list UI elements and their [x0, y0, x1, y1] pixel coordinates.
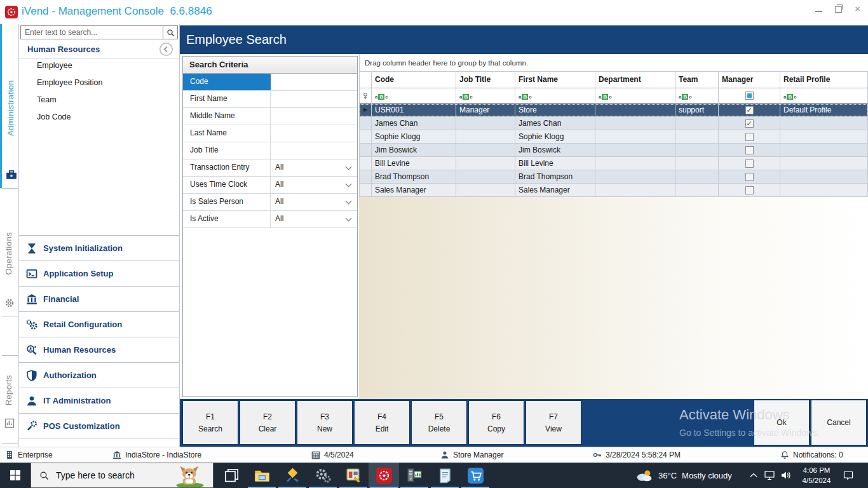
column-header-code[interactable]: Code	[372, 72, 456, 88]
sidebar-section-authorization[interactable]: Authorization	[19, 362, 179, 388]
taskbar-ivend-console[interactable]	[369, 463, 399, 488]
criteria-dropdown-is-active[interactable]: All	[271, 211, 357, 227]
volume-icon[interactable]	[780, 463, 792, 488]
weather-widget[interactable]: 36°C Mostly cloudy	[635, 463, 732, 488]
tab-operations[interactable]: Operations	[0, 189, 19, 316]
table-row[interactable]: Sales ManagerSales Manager	[359, 184, 868, 197]
group-by-hint[interactable]: Drag column header here to group by that…	[359, 54, 868, 72]
criteria-label-code[interactable]: Code	[183, 74, 271, 90]
tray-expand-button[interactable]	[750, 463, 759, 488]
tab-reports[interactable]: Reports	[0, 356, 19, 443]
criteria-label-is-sales-person[interactable]: Is Sales Person	[183, 194, 271, 210]
column-header-manager[interactable]: Manager	[719, 72, 780, 88]
taskbar-notepad[interactable]	[430, 463, 460, 488]
table-row[interactable]: Brad ThompsonBrad Thompson	[359, 170, 868, 184]
cancel-button[interactable]: Cancel	[811, 400, 867, 445]
f3-new-button[interactable]: F3New	[297, 400, 353, 445]
table-row[interactable]: James ChanJames Chan	[359, 117, 868, 130]
f6-copy-button[interactable]: F6Copy	[468, 400, 524, 445]
criteria-dropdown-is-sales-person[interactable]: All	[271, 194, 357, 210]
sidebar-section-system-initialization[interactable]: System Initialization	[19, 235, 179, 261]
filter-cell-manager[interactable]	[719, 88, 780, 104]
f1-search-button[interactable]: F1Search	[182, 400, 238, 445]
search-button[interactable]	[163, 26, 177, 39]
action-center-button[interactable]	[843, 463, 854, 488]
chevron-down-icon[interactable]	[346, 181, 352, 187]
criteria-label-uses-time-clock[interactable]: Uses Time Clock	[183, 177, 271, 193]
ok-button[interactable]: Ok	[754, 400, 810, 445]
f5-delete-button[interactable]: F5Delete	[411, 400, 467, 445]
criteria-input-job-title[interactable]	[271, 142, 357, 159]
grid-cell-first-name: Store	[515, 104, 595, 117]
taskbar-clock[interactable]: 4:06 PM 4/5/2024	[796, 465, 837, 485]
minimize-button[interactable]	[815, 10, 822, 12]
taskbar-settings-gears[interactable]	[308, 463, 338, 488]
manager-checkbox[interactable]	[745, 106, 754, 114]
chevron-down-icon[interactable]	[346, 164, 352, 170]
column-header-job-title[interactable]: Job Title	[456, 72, 515, 88]
filter-cell-team[interactable]: aBc	[675, 88, 719, 104]
taskbar-server-monitor[interactable]	[399, 463, 430, 488]
sidebar-item-employee-position[interactable]: Employee Position	[19, 74, 180, 92]
filter-cell-job-title[interactable]: aBc	[456, 88, 515, 104]
sidebar-search-input[interactable]	[21, 26, 163, 39]
tab-administration[interactable]: Administration	[0, 24, 19, 188]
f2-clear-button[interactable]: F2Clear	[240, 400, 295, 445]
sidebar-item-job-code[interactable]: Job Code	[19, 109, 180, 126]
sidebar-section-human-resources[interactable]: Human Resources	[19, 337, 179, 362]
restore-button[interactable]	[835, 6, 842, 13]
filter-cell-department[interactable]: aBc	[595, 88, 675, 104]
taskbar-sap-client[interactable]	[277, 463, 308, 488]
column-header-first-name[interactable]: First Name	[515, 72, 595, 88]
sidebar-section-application-setup[interactable]: Application Setup	[19, 261, 179, 286]
start-button[interactable]	[0, 463, 31, 488]
f4-edit-button[interactable]: F4Edit	[354, 400, 410, 445]
manager-checkbox[interactable]	[745, 119, 754, 128]
column-header-department[interactable]: Department	[595, 72, 675, 88]
f7-view-button[interactable]: F7View	[526, 400, 581, 445]
column-header-team[interactable]: Team	[675, 72, 719, 88]
close-button[interactable]: ×	[855, 4, 860, 13]
sidebar-item-team[interactable]: Team	[19, 92, 180, 109]
manager-checkbox[interactable]	[745, 173, 754, 181]
table-row[interactable]: Bill LevineBill Levine	[359, 157, 868, 170]
criteria-label-is-active[interactable]: Is Active	[183, 211, 271, 227]
criteria-label-middle-name[interactable]: Middle Name	[183, 108, 271, 125]
criteria-input-first-name[interactable]	[271, 91, 357, 107]
filter-cell-retail-profile[interactable]: aBc	[780, 88, 868, 104]
criteria-label-transaction-entry[interactable]: Transaction Entry	[183, 159, 271, 176]
taskbar-task-view[interactable]	[216, 463, 247, 488]
criteria-input-last-name[interactable]	[271, 125, 357, 142]
table-row[interactable]: ▶USR001ManagerStoresupportDefault Profil…	[359, 104, 868, 117]
sidebar-section-pos-customization[interactable]: POS Customization	[19, 413, 179, 438]
column-header-retail-profile[interactable]: Retail Profile	[780, 72, 868, 88]
criteria-input-middle-name[interactable]	[271, 108, 357, 125]
sidebar-section-retail-configuration[interactable]: Retail Configuration	[19, 311, 179, 337]
back-circle-icon[interactable]	[159, 42, 173, 57]
manager-checkbox[interactable]	[745, 159, 754, 168]
criteria-dropdown-uses-time-clock[interactable]: All	[271, 177, 357, 193]
taskbar-report-designer[interactable]	[338, 463, 369, 488]
criteria-dropdown-transaction-entry[interactable]: All	[271, 159, 357, 176]
criteria-label-first-name[interactable]: First Name	[183, 91, 271, 107]
manager-filter-checkbox[interactable]	[745, 92, 754, 100]
chevron-down-icon[interactable]	[346, 215, 352, 222]
criteria-label-job-title[interactable]: Job Title	[183, 142, 271, 159]
manager-checkbox[interactable]	[745, 186, 754, 194]
sidebar-item-employee[interactable]: Employee	[19, 57, 180, 74]
criteria-label-last-name[interactable]: Last Name	[183, 125, 271, 142]
table-row[interactable]: Sophie KloggSophie Klogg	[359, 130, 868, 144]
sidebar-section-it-administration[interactable]: IT Administration	[19, 388, 179, 413]
taskbar-search[interactable]: Type here to search	[31, 463, 214, 488]
filter-cell-first-name[interactable]: aBc	[515, 88, 595, 104]
manager-checkbox[interactable]	[745, 146, 754, 154]
filter-cell-code[interactable]: aBc	[372, 88, 456, 104]
taskbar-shopping-cart-app[interactable]	[460, 463, 491, 488]
sidebar-section-financial[interactable]: Financial	[19, 286, 179, 311]
table-row[interactable]: Jim BoswickJim Boswick	[359, 144, 868, 157]
manager-checkbox[interactable]	[745, 133, 754, 141]
network-icon[interactable]	[764, 463, 775, 488]
criteria-input-code[interactable]	[271, 74, 357, 90]
taskbar-file-explorer[interactable]	[247, 463, 277, 488]
chevron-down-icon[interactable]	[346, 198, 352, 205]
